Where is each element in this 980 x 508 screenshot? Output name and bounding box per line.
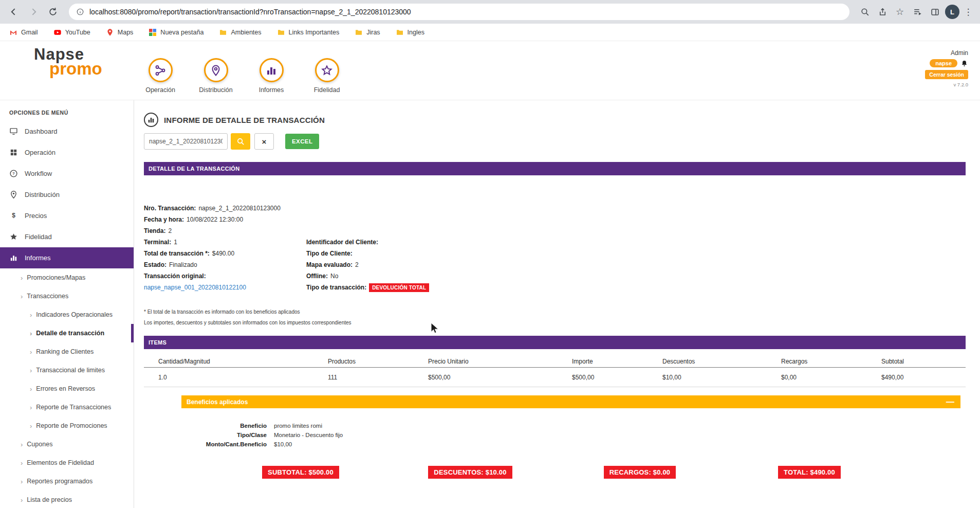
total-badge: TOTAL: $490.00 <box>778 466 841 479</box>
field-total-transaccion: Total de transacción *:$490.00 <box>144 248 306 259</box>
sidebar-item-promociones-mapas[interactable]: › Promociones/Mapas <box>0 268 134 287</box>
chevron-right-icon: › <box>30 330 32 337</box>
sidebar-item-reporte-de-transacciones[interactable]: › Reporte de Transacciones <box>0 398 134 416</box>
bookmark-star-icon[interactable]: ☆ <box>893 5 907 19</box>
chevron-right-icon: › <box>30 312 32 318</box>
sidebar-item-operacion[interactable]: Operación <box>0 142 134 163</box>
transaction-detail-section-header: DETALLE DE LA TRANSACCIÓN <box>144 162 966 175</box>
bookmark-gmail[interactable]: Gmail <box>9 28 38 37</box>
bookmarks-bar: Gmail YouTube Maps Nueva pestaña Ambient… <box>0 24 980 41</box>
app-header: Napse promo Operación Distribución Infor… <box>0 41 980 100</box>
items-table-row: 1.0 111 $500,00 $500,00 $10,00 $0,00 $49… <box>144 368 966 387</box>
page-info-icon[interactable] <box>76 8 84 16</box>
sidebar-item-fidelidad[interactable]: Fidelidad <box>0 226 134 247</box>
transaction-search-input[interactable] <box>144 133 228 150</box>
cell-descuentos: $10,00 <box>662 374 781 381</box>
bookmark-folder-ambientes[interactable]: Ambientes <box>219 28 261 37</box>
nav-fidelidad[interactable]: Fidelidad <box>299 58 355 94</box>
bookmark-folder-links-importantes[interactable]: Links Importantes <box>277 28 340 37</box>
cell-importe: $500,00 <box>572 374 662 381</box>
column-header: Productos <box>328 358 428 365</box>
excel-export-button[interactable]: EXCEL <box>285 134 319 149</box>
refresh-icon[interactable] <box>45 4 61 20</box>
detail-right-column: Identificador del Cliente: Tipo de Clien… <box>306 237 429 293</box>
field-mapa-evaluado: Mapa evaluado:2 <box>306 259 429 270</box>
items-table-header: Cantidad/Magnitud Productos Precio Unita… <box>144 355 966 368</box>
sidebar-item-elementos-de-fidelidad[interactable]: › Elementos de Fidelidad <box>0 453 134 472</box>
column-header: Subtotal <box>881 358 966 365</box>
sidebar-item-reportes-programados[interactable]: › Reportes programados <box>0 472 134 491</box>
field-tipo-cliente: Tipo de Cliente: <box>306 248 429 259</box>
sidebar-item-precios[interactable]: $ Precios <box>0 205 134 226</box>
sidebar-item-distribucion[interactable]: Distribución <box>0 184 134 205</box>
column-header: Precio Unitario <box>428 358 572 365</box>
sidebar-item-errores-en-reversos[interactable]: › Errores en Reversos <box>0 379 134 398</box>
footnote-impuestos: Los importes, descuentos y subtotales so… <box>144 320 966 325</box>
bell-icon[interactable] <box>960 60 968 67</box>
field-estado: Estado:Finalizado <box>144 259 306 270</box>
nav-operacion[interactable]: Operación <box>133 58 188 94</box>
original-transaction-link[interactable]: napse_napse_001_20220810122100 <box>144 282 306 293</box>
sidebar-item-indicadores-operacionales[interactable]: › Indicadores Operacionales <box>0 305 134 324</box>
header-user-area: Admin napse Cerrar sesión v 7.2.0 <box>925 49 968 87</box>
chevron-right-icon: › <box>21 497 23 503</box>
chevron-right-icon: › <box>21 441 23 448</box>
column-header: Recargos <box>781 358 881 365</box>
monitor-icon <box>9 127 18 136</box>
field-identificador-cliente: Identificador del Cliente: <box>306 237 429 248</box>
browser-menu-icon[interactable]: ⋮ <box>963 7 974 17</box>
media-queue-icon[interactable] <box>910 5 924 19</box>
sidebar-item-transaccional-de-limites[interactable]: › Transaccional de limites <box>0 361 134 379</box>
sidebar-item-ranking-de-clientes[interactable]: › Ranking de Clientes <box>0 342 134 361</box>
sidebar-item-cupones[interactable]: › Cupones <box>0 435 134 453</box>
bookmark-folder-ingles[interactable]: Ingles <box>396 28 424 37</box>
url-bar[interactable]: localhost:8080/promo/report/transaction/… <box>69 4 849 20</box>
chevron-right-icon: › <box>30 349 32 355</box>
account-badge[interactable]: napse <box>930 59 957 67</box>
folder-icon <box>277 28 285 37</box>
sidebar-item-informes[interactable]: Informes <box>0 247 134 268</box>
bookmark-nueva-pestana[interactable]: Nueva pestaña <box>149 28 204 37</box>
header-nav: Operación Distribución Informes Fidelida… <box>133 58 355 94</box>
chevron-right-icon: › <box>30 404 32 411</box>
pin-icon <box>204 58 228 82</box>
subtotal-badge: SUBTOTAL: $500.00 <box>262 466 339 479</box>
sidebar-item-dashboard[interactable]: Dashboard <box>0 121 134 142</box>
clear-button[interactable]: × <box>254 133 274 150</box>
youtube-icon <box>53 28 62 37</box>
benefits-panel: Beneficios aplicados — Beneficio promo l… <box>181 395 960 449</box>
zoom-icon[interactable] <box>858 5 872 19</box>
chevron-right-icon: › <box>21 293 23 300</box>
bookmark-youtube[interactable]: YouTube <box>53 28 90 37</box>
share-icon[interactable] <box>875 5 890 19</box>
bookmark-folder-jiras[interactable]: Jiras <box>355 28 380 37</box>
sidebar-item-lista-de-precios[interactable]: › Lista de precios <box>0 491 134 508</box>
logout-button[interactable]: Cerrar sesión <box>925 70 968 79</box>
bookmark-maps[interactable]: Maps <box>106 28 134 37</box>
search-button[interactable] <box>231 133 250 150</box>
back-icon[interactable] <box>6 4 22 20</box>
nav-distribucion[interactable]: Distribución <box>188 58 244 94</box>
sidebar-item-detalle-de-transaccion[interactable]: › Detalle de transacción <box>0 324 134 342</box>
profile-avatar[interactable]: L <box>945 5 959 19</box>
sidebar-item-workflow[interactable]: ? Workflow <box>0 163 134 184</box>
field-tienda: Tienda:2 <box>144 225 306 237</box>
sidebar-item-reporte-de-promociones[interactable]: › Reporte de Promociones <box>0 416 134 435</box>
footnote-total: * El total de la transacción es informad… <box>144 309 966 315</box>
star-icon <box>315 58 339 82</box>
bar-chart-icon <box>9 253 18 262</box>
forward-icon[interactable] <box>26 4 41 20</box>
sidebar-item-transacciones[interactable]: › Transacciones <box>0 287 134 305</box>
napse-promo-logo[interactable]: Napse promo <box>34 46 102 77</box>
grid-icon <box>9 148 18 157</box>
chevron-right-icon: › <box>21 275 23 281</box>
collapse-icon[interactable]: — <box>946 398 954 406</box>
nav-informes[interactable]: Informes <box>244 58 299 94</box>
column-header: Descuentos <box>662 358 781 365</box>
field-tipo-transaccion: Tipo de transacción: DEVOLUCIÓN TOTAL <box>306 282 429 293</box>
svg-text:?: ? <box>12 171 15 176</box>
sidebar: OPCIONES DE MENÚ Dashboard Operación ? W… <box>0 100 134 508</box>
user-role: Admin <box>951 49 968 57</box>
gmail-icon <box>9 28 17 37</box>
side-panel-icon[interactable] <box>928 5 942 19</box>
